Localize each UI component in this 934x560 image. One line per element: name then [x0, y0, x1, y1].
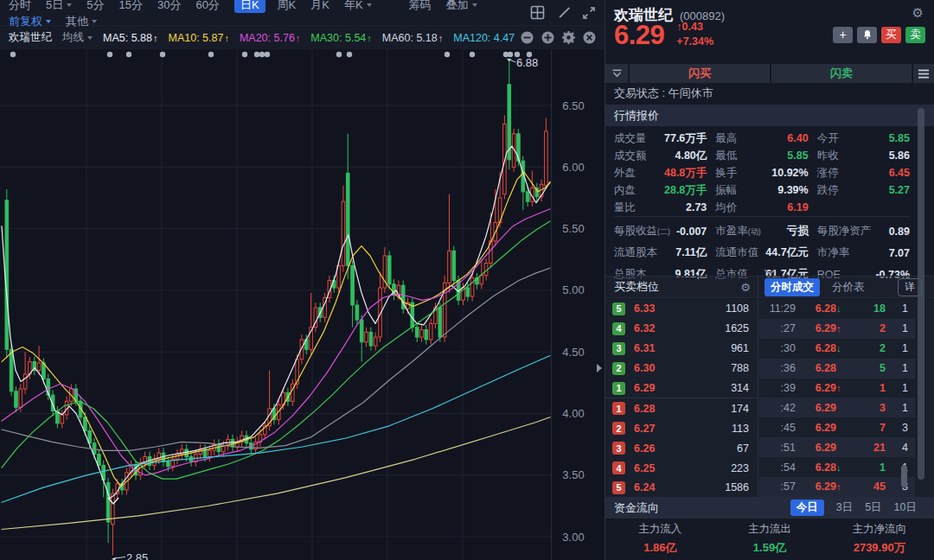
y-axis-label: 6.00: [562, 161, 584, 174]
bid-row[interactable]: 16.28174: [605, 398, 758, 418]
low-annotation: 2.85: [126, 551, 148, 560]
ask-row[interactable]: 36.31961: [605, 339, 758, 359]
period-tab-其他[interactable]: 其他: [66, 15, 97, 28]
ask-row[interactable]: 56.331108: [605, 299, 758, 319]
period-tab-15分[interactable]: 15分: [118, 0, 142, 11]
chevron-down-icon: [67, 3, 72, 7]
quote-label: 成交量: [614, 131, 647, 146]
chart-settings-icon[interactable]: [562, 31, 575, 44]
event-marker-dot[interactable]: [259, 52, 265, 57]
quote-field: 昨收5.86: [817, 147, 910, 164]
event-marker-dot[interactable]: [445, 52, 450, 57]
quote-value: 2.73: [686, 201, 707, 213]
tick-time: :36: [763, 362, 796, 374]
tick-count: 1: [886, 322, 908, 334]
tick-count: 3: [886, 422, 908, 434]
flow-tab-10日[interactable]: 10日: [894, 502, 917, 513]
period-tab-5分[interactable]: 5分: [86, 0, 104, 11]
orderbook-settings-icon[interactable]: ⚙: [740, 281, 751, 294]
ticks-scrollbar[interactable]: [901, 465, 907, 487]
quote-field: 内盘28.8万手: [614, 181, 707, 199]
ma-legend-item: MA10: 5.87↑: [168, 32, 228, 44]
quote-value: 6.19: [787, 201, 808, 213]
level-volume: 223: [731, 462, 749, 474]
quote-label: 最低: [715, 149, 737, 163]
tab-分时成交[interactable]: 分时成交: [764, 278, 820, 296]
ask-row[interactable]: 46.321625: [605, 319, 758, 339]
event-marker-dot[interactable]: [265, 52, 270, 57]
legend-icons: [521, 31, 596, 44]
zoom-out-icon[interactable]: [521, 31, 534, 44]
flow-stat: 主力净流向2739.90万: [824, 522, 934, 556]
panel-scrollbar[interactable]: [918, 108, 924, 480]
flash-sell-button[interactable]: 闪卖: [771, 64, 912, 83]
event-marker-dot[interactable]: [254, 52, 259, 57]
fund-field: 每股收益(二)-0.007: [614, 220, 707, 242]
trading-status: 交易状态 : 午间休市: [614, 86, 713, 101]
tick-price: 6.29: [802, 382, 836, 394]
period-tab-年K[interactable]: 年K: [344, 0, 372, 11]
period-tab-筹码[interactable]: 筹码: [409, 0, 432, 11]
flow-tab-3日[interactable]: 3日: [836, 502, 853, 513]
ask-row[interactable]: 16.29314: [605, 379, 758, 398]
tick-price: 6.28: [802, 362, 836, 374]
fullscreen-icon[interactable]: [582, 6, 596, 20]
tick-volume: 1: [847, 461, 886, 474]
period-tab-30分[interactable]: 30分: [157, 0, 181, 11]
level-volume: 67: [737, 442, 749, 455]
bid-row[interactable]: 56.241586: [605, 478, 758, 498]
bid-row[interactable]: 26.27113: [605, 418, 758, 438]
tick-row: :306.28↓21: [759, 339, 915, 359]
event-marker-dot[interactable]: [470, 52, 475, 57]
event-marker-dot[interactable]: [242, 52, 247, 57]
candlestick-chart[interactable]: 6.506.005.505.004.504.003.503.006.882.85: [0, 49, 605, 560]
quote-label: 均价: [715, 200, 737, 215]
quote-value: 28.8万手: [664, 183, 707, 198]
layout-grid-icon[interactable]: [530, 5, 545, 20]
period-tab-5日[interactable]: 5日: [46, 0, 72, 11]
menu-icon[interactable]: [913, 64, 934, 83]
event-marker-dot[interactable]: [107, 52, 112, 57]
draw-brush-icon[interactable]: [556, 5, 571, 20]
flash-buy-button[interactable]: 闪买: [630, 64, 770, 83]
flow-stat: 主力流出1.59亿: [715, 522, 825, 556]
zoom-in-icon[interactable]: [541, 31, 554, 44]
event-marker-dot[interactable]: [508, 52, 513, 57]
period-tab-前复权[interactable]: 前复权: [9, 15, 51, 28]
ma-selector[interactable]: 均线: [62, 30, 93, 45]
period-tab-分时[interactable]: 分时: [9, 0, 31, 11]
quote-field: 跌停5.27: [817, 181, 910, 199]
period-tab-60分[interactable]: 60分: [195, 0, 219, 11]
buy-button[interactable]: 买: [881, 27, 901, 43]
period-tab-叠加[interactable]: 叠加: [446, 0, 477, 11]
close-icon[interactable]: [583, 31, 596, 44]
event-marker-dot[interactable]: [208, 52, 214, 57]
bid-row[interactable]: 36.2667: [605, 438, 758, 458]
event-marker-dot[interactable]: [126, 52, 131, 57]
quote-label: 今开: [817, 131, 839, 146]
tick-time: :45: [763, 422, 796, 434]
flow-tab-今日[interactable]: 今日: [790, 500, 824, 516]
collapse-panel-icon[interactable]: [605, 64, 628, 83]
ask-row[interactable]: 26.30788: [605, 359, 758, 379]
event-marker-dot[interactable]: [336, 52, 342, 57]
panel-collapse-arrow[interactable]: [597, 364, 602, 372]
event-marker-dot[interactable]: [347, 52, 352, 57]
period-tab-月K[interactable]: 月K: [310, 0, 329, 11]
money-flow-bar: 资金流向 今日3日5日10日: [605, 497, 934, 519]
quote-field: 均价6.19: [715, 199, 808, 216]
panel-settings-icon[interactable]: ⚙: [912, 5, 924, 21]
sell-button[interactable]: 卖: [905, 27, 925, 43]
event-marker-dot[interactable]: [10, 52, 16, 57]
level-price: 6.31: [634, 342, 655, 354]
period-tab-周K[interactable]: 周K: [278, 0, 297, 11]
alert-bell-button[interactable]: [857, 27, 877, 43]
add-watchlist-button[interactable]: +: [833, 27, 853, 43]
bid-row[interactable]: 46.25223: [605, 458, 758, 478]
tab-分价表[interactable]: 分价表: [832, 280, 865, 295]
event-marker-dot[interactable]: [160, 52, 165, 57]
period-tab-日K[interactable]: 日K: [234, 0, 265, 13]
candle: [355, 305, 359, 320]
flow-tab-5日[interactable]: 5日: [865, 502, 881, 513]
ma-up-arrow: ↑: [224, 33, 229, 43]
